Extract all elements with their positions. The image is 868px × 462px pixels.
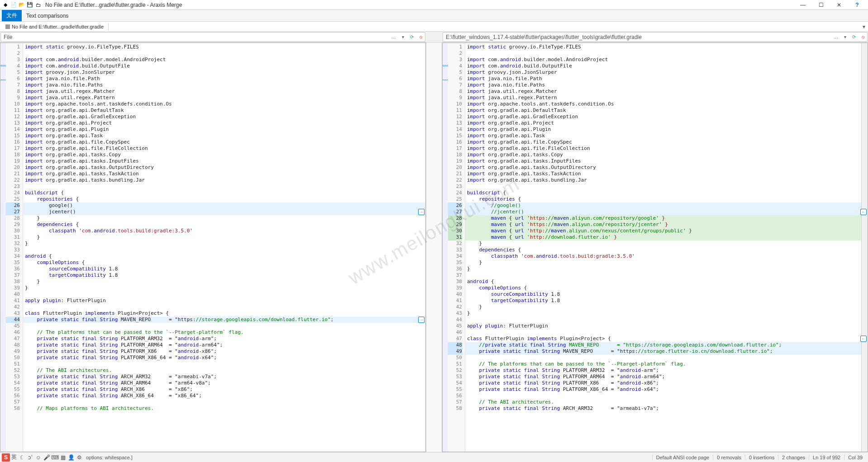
- new-icon[interactable]: 📄: [10, 1, 17, 9]
- left-path-input[interactable]: [1, 33, 389, 41]
- titlebar: ◆ 📄 📂 💾 🗀 No File and E:\flutter...gradl…: [0, 0, 868, 10]
- status-removals: 0 removals: [713, 455, 745, 460]
- left-close-icon[interactable]: ⦸: [417, 33, 425, 41]
- left-overview[interactable]: [0, 43, 6, 452]
- status-options: options: whitespace.]: [86, 455, 133, 460]
- right-overview[interactable]: [443, 43, 448, 452]
- tabbar: No File and E:\flutter...gradle\flutter.…: [0, 22, 868, 32]
- menubar: 文件 Text comparisons: [0, 10, 868, 22]
- statusbar: S 英 ☾ ɔ' ☺ 🎤 ⌨ ▦ 👤 ⚙ options: whitespace…: [0, 452, 868, 462]
- keyboard-icon[interactable]: ⌨: [51, 453, 59, 462]
- mic-icon[interactable]: 🎤: [43, 453, 51, 462]
- gear-icon[interactable]: ⚙: [75, 453, 83, 462]
- left-reload-icon[interactable]: ⟳: [408, 33, 416, 41]
- right-path-field: … ▾ ⟳ ⦸: [443, 32, 868, 42]
- maximize-button[interactable]: ☐: [812, 0, 830, 10]
- right-path-input[interactable]: [443, 33, 831, 41]
- status-position: Ln 19 of 992: [809, 455, 844, 460]
- tab-icon: [5, 24, 10, 29]
- help-button[interactable]: ?: [848, 0, 866, 10]
- merge-right-button-2[interactable]: →: [418, 317, 424, 323]
- right-code[interactable]: import static groovy.io.FileType.FILESim…: [465, 43, 861, 452]
- right-gutter: 1234567891011121314151617181920212223242…: [448, 43, 465, 452]
- left-gutter: 1234567891011121314151617181920212223242…: [6, 43, 23, 452]
- right-panel: 1234567891011121314151617181920212223242…: [442, 43, 868, 452]
- grid-icon[interactable]: ▦: [59, 453, 67, 462]
- left-panel: 1234567891011121314151617181920212223242…: [0, 43, 426, 452]
- left-code[interactable]: import static groovy.io.FileType.FILESim…: [23, 43, 425, 452]
- status-column: Col 39: [844, 455, 866, 460]
- moon-icon[interactable]: ☾: [18, 453, 26, 462]
- save-icon[interactable]: 💾: [26, 1, 33, 9]
- user-icon[interactable]: 👤: [67, 453, 75, 462]
- comma-icon[interactable]: ɔ': [26, 453, 34, 462]
- close-button[interactable]: ✕: [830, 0, 848, 10]
- status-insertions: 0 insertions: [745, 455, 778, 460]
- left-path-dropdown[interactable]: …: [390, 33, 398, 41]
- menu-file[interactable]: 文件: [2, 10, 22, 21]
- merge-right-button[interactable]: →: [418, 209, 424, 215]
- app-icon: ◆: [2, 1, 9, 9]
- pathrow: … ▾ ⟳ ⦸ … ▾ ⟳ ⦸: [0, 32, 868, 43]
- right-path-dropdown[interactable]: …: [832, 33, 840, 41]
- right-path-dropdown2[interactable]: ▾: [841, 33, 849, 41]
- window-title: No File and E:\flutter...gradle\flutter.…: [45, 2, 794, 8]
- lang-icon[interactable]: 英: [10, 453, 18, 462]
- left-path-field: … ▾ ⟳ ⦸: [0, 32, 425, 42]
- right-scrollbar[interactable]: [861, 43, 868, 452]
- status-codepage: Default ANSI code page: [652, 455, 713, 460]
- merge-left-button-2[interactable]: ←: [860, 336, 867, 342]
- left-path-dropdown2[interactable]: ▾: [399, 33, 407, 41]
- right-reload-icon[interactable]: ⟳: [850, 33, 858, 41]
- menu-text-comparisons[interactable]: Text comparisons: [22, 11, 73, 21]
- status-changes: 2 changes: [778, 455, 809, 460]
- tab-comparison[interactable]: No File and E:\flutter...gradle\flutter.…: [1, 23, 109, 30]
- tab-expand-button[interactable]: ▾: [860, 24, 868, 30]
- merge-left-button[interactable]: ←: [860, 209, 867, 215]
- ime-icon[interactable]: S: [2, 453, 10, 462]
- minimize-button[interactable]: —: [794, 0, 812, 10]
- workspace: 1234567891011121314151617181920212223242…: [0, 43, 868, 452]
- emoji-icon[interactable]: ☺: [34, 453, 43, 462]
- tab-label: No File and E:\flutter...gradle\flutter.…: [12, 24, 104, 29]
- right-close-icon[interactable]: ⦸: [859, 33, 867, 41]
- divider-strip[interactable]: [426, 43, 442, 452]
- open-icon[interactable]: 📂: [18, 1, 25, 9]
- folder-icon[interactable]: 🗀: [34, 1, 42, 9]
